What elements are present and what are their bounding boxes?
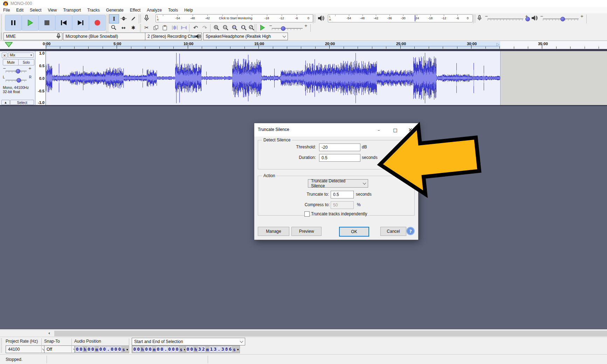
audio-host-select[interactable]: MME	[4, 33, 62, 40]
menu-generate[interactable]: Generate	[103, 8, 127, 13]
playback-device-select[interactable]: Speaker/Headphone (Realtek High	[203, 33, 288, 40]
selection-mode-select[interactable]: Start and End of Selection	[132, 338, 245, 345]
close-button[interactable]: ×	[402, 123, 418, 136]
waveform-canvas[interactable]	[46, 51, 500, 105]
playback-meter-grip[interactable]	[314, 15, 316, 22]
play-at-speed-grip[interactable]	[255, 24, 257, 32]
copy-button[interactable]	[151, 24, 160, 31]
undo-button[interactable]: ↶	[191, 24, 200, 31]
play-speed-knob[interactable]	[281, 26, 285, 31]
audacity-window: MONO-000 File Edit Select View Transport…	[0, 0, 607, 364]
help-button[interactable]: ?	[406, 227, 415, 235]
truncate-to-input[interactable]: 0.5	[331, 191, 354, 198]
device-toolbar: MME Microphone (Blue Snowball) 2 (Stereo…	[0, 32, 607, 41]
track-select-button[interactable]: Select	[10, 100, 34, 105]
playback-volume-knob[interactable]	[560, 17, 565, 21]
pause-button[interactable]	[5, 15, 22, 31]
menu-select[interactable]: Select	[27, 8, 44, 13]
menu-help[interactable]: Help	[181, 8, 196, 13]
track-pan-slider[interactable]: LR	[3, 76, 32, 83]
multi-tool-button[interactable]: ✱	[129, 23, 138, 32]
menu-tracks[interactable]: Tracks	[84, 8, 103, 13]
duration-input[interactable]: 0.5	[319, 154, 360, 162]
zoom-out-button[interactable]	[221, 24, 230, 31]
play-meter-speaker-button[interactable]	[317, 15, 324, 23]
track-gain-slider[interactable]: −+	[3, 66, 32, 74]
cut-button[interactable]: ✂	[142, 24, 151, 31]
recording-volume-slider[interactable]: −+	[485, 14, 529, 21]
compress-to-input[interactable]: 50	[331, 201, 354, 209]
envelope-tool-button[interactable]	[119, 14, 128, 23]
recording-meter-grip[interactable]	[140, 15, 141, 22]
stop-icon	[44, 20, 49, 25]
playback-meter-scale: -54 -48 -42 -36 -30 -24 -18 -12 -6 0	[335, 15, 471, 22]
skip-to-end-button[interactable]	[72, 15, 89, 31]
manage-button[interactable]: Manage	[258, 227, 289, 236]
recording-channels-select[interactable]: 2 (Stereo) Recording Cha	[145, 33, 202, 40]
redo-button[interactable]: ↷	[200, 24, 209, 31]
selection-end-field[interactable]: 00h32m13.386s▾	[185, 345, 240, 353]
selection-start-field[interactable]: 00h00m00.000s▾	[132, 345, 187, 353]
paste-button[interactable]	[160, 24, 169, 31]
zoom-in-button[interactable]	[212, 24, 221, 31]
maximize-button[interactable]: □	[387, 123, 403, 136]
skip-to-start-button[interactable]	[55, 15, 72, 31]
scroll-left-icon[interactable]: ‹	[48, 330, 50, 336]
zoom-toggle-button[interactable]	[247, 24, 256, 31]
track-collapse-button[interactable]: ▲	[1, 100, 10, 105]
timeline-ruler[interactable]: ▷ 0:00 5:00 10:00 15:00 20:00 25:00 30:0…	[0, 41, 607, 49]
track-gain-knob[interactable]	[16, 69, 20, 74]
edit-toolbar-grip[interactable]	[140, 24, 141, 32]
recording-meter[interactable]: LR -54 -48 -42 Click to Start Monitoring…	[156, 14, 313, 22]
audio-position-field[interactable]: 00h00m00.000s▾	[74, 345, 129, 353]
zoom-selection-button[interactable]	[230, 24, 239, 31]
timeline-pin-icon[interactable]	[5, 42, 13, 47]
selection-toolbar-grip[interactable]	[1, 338, 2, 353]
truncate-independently-checkbox[interactable]	[304, 211, 310, 217]
trim-audio-button[interactable]	[170, 24, 179, 31]
solo-button[interactable]: Solo	[18, 59, 34, 65]
menu-effect[interactable]: Effect	[127, 8, 144, 13]
menu-analyze[interactable]: Analyze	[144, 8, 165, 13]
time-shift-tool-button[interactable]: ↔	[119, 23, 128, 32]
vertical-scale-ruler[interactable]: 1.0 0.5 0.0 -0.5 -1.0	[35, 51, 46, 105]
horizontal-scrollbar[interactable]: ‹	[0, 330, 607, 337]
preview-button[interactable]: Preview	[291, 227, 322, 236]
device-toolbar-grip[interactable]	[1, 33, 2, 40]
track-pan-knob[interactable]	[16, 78, 21, 83]
play-speed-slider[interactable]: −+	[269, 24, 308, 31]
record-button[interactable]	[89, 15, 106, 31]
mixer-toolbar-grip[interactable]	[474, 15, 476, 22]
menu-edit[interactable]: Edit	[13, 8, 27, 13]
track-close-button[interactable]: ×	[2, 52, 7, 58]
snap-to-select[interactable]: Off	[44, 345, 78, 353]
track-name-menu[interactable]: Mix▾	[8, 52, 34, 58]
menu-view[interactable]: View	[44, 8, 60, 13]
record-meter-mic-button[interactable]	[143, 15, 150, 23]
menu-file[interactable]: File	[0, 8, 13, 13]
ok-button[interactable]: OK	[339, 227, 369, 237]
selection-tool-button[interactable]: I	[109, 14, 119, 23]
recording-device-select[interactable]: Microphone (Blue Snowball)	[63, 33, 153, 40]
playback-meter[interactable]: LR -54 -48 -42 -36 -30 -24 -18 -12 -6 0	[328, 14, 473, 22]
menu-tools[interactable]: Tools	[165, 8, 181, 13]
threshold-input[interactable]: -20	[319, 144, 360, 151]
playback-volume-slider[interactable]: −+	[540, 14, 584, 21]
track-area-beyond-clip[interactable]	[500, 51, 607, 105]
menu-transport[interactable]: Transport	[60, 8, 84, 13]
monitor-hint[interactable]: Click to Start Monitoring	[219, 16, 253, 20]
draw-tool-button[interactable]	[129, 14, 138, 23]
play-button[interactable]	[22, 15, 39, 31]
silence-audio-button[interactable]	[179, 24, 188, 31]
action-select[interactable]: Truncate Detected Silence	[308, 179, 368, 188]
cancel-button[interactable]: Cancel	[380, 227, 406, 236]
recording-volume-knob[interactable]	[525, 17, 530, 21]
mute-button[interactable]: Mute	[3, 59, 19, 65]
scrollbar-thumb[interactable]	[54, 331, 607, 336]
play-at-speed-button[interactable]	[258, 24, 267, 31]
stop-button[interactable]	[39, 15, 55, 31]
minimize-button[interactable]: –	[371, 123, 387, 136]
zoom-tool-button[interactable]	[109, 23, 118, 32]
track-bitdepth-info: 32-bit float	[3, 90, 20, 94]
dialog-title-bar[interactable]: Truncate Silence – □ ×	[254, 123, 418, 136]
